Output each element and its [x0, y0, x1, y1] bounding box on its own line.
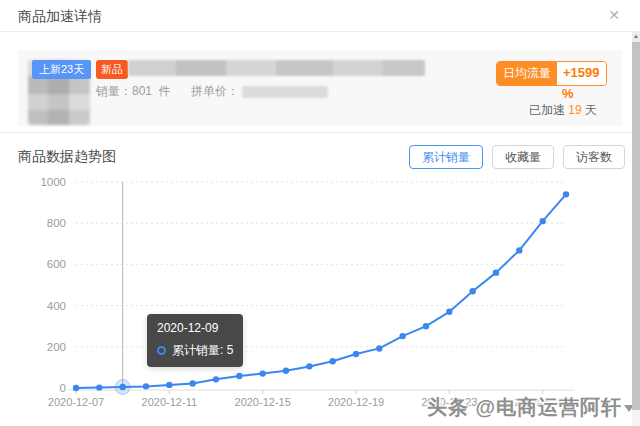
- accelerated-days-text: 已加速 19 天: [529, 102, 616, 119]
- watermark-text: 头条 @电商运营阿轩: [427, 396, 622, 418]
- accelerated-prefix: 已加速: [529, 103, 568, 117]
- scroll-up-icon[interactable]: ▲: [632, 31, 640, 42]
- metric-tabs: 累计销量 收藏量 访客数: [409, 145, 625, 169]
- svg-text:400: 400: [47, 300, 66, 312]
- accelerated-days-value: 19: [568, 103, 581, 117]
- svg-text:2020-12-15: 2020-12-15: [235, 396, 291, 408]
- product-card: 上新23天 新品 销量：801 件 拼单价： 日均流量 +1599 % 已加速 …: [18, 50, 622, 126]
- scrollbar[interactable]: ▲: [632, 31, 640, 426]
- tab-cumulative-sales[interactable]: 累计销量: [409, 145, 483, 169]
- group-price-redacted: [242, 86, 328, 98]
- daily-traffic-badge: 日均流量 +1599: [496, 61, 607, 86]
- page-title: 商品加速详情: [18, 8, 102, 26]
- product-title-redacted: [128, 60, 425, 76]
- group-price-label: 拼单价：: [191, 84, 239, 98]
- tab-visitors[interactable]: 访客数: [563, 145, 625, 169]
- sales-value: 801: [132, 84, 152, 98]
- svg-text:2020-12-11: 2020-12-11: [142, 396, 197, 408]
- svg-text:600: 600: [47, 258, 66, 270]
- svg-text:0: 0: [60, 382, 66, 394]
- listing-age-badge: 上新23天: [32, 60, 91, 79]
- traffic-stats: 日均流量 +1599 % 已加速 19 天: [496, 61, 616, 119]
- trend-line-chart[interactable]: 020040060080010002020-12-072020-12-11202…: [0, 170, 632, 416]
- svg-text:800: 800: [47, 217, 66, 229]
- watermark: 头条 @电商运营阿轩: [427, 394, 634, 421]
- series-dot-icon: [157, 346, 166, 355]
- close-icon[interactable]: ✕: [606, 6, 622, 24]
- chart-tooltip: 2020-12-09 累计销量: 5: [147, 314, 243, 367]
- accelerated-suffix: 天: [582, 103, 597, 117]
- sales-unit: 件: [158, 84, 170, 98]
- scrollbar-thumb[interactable]: [632, 42, 640, 410]
- svg-text:1000: 1000: [40, 176, 66, 188]
- daily-traffic-value: +1599: [557, 62, 606, 85]
- tab-favorites[interactable]: 收藏量: [492, 145, 554, 169]
- svg-text:2020-12-19: 2020-12-19: [328, 396, 384, 408]
- trend-section-title: 商品数据趋势图: [18, 148, 116, 166]
- tooltip-series-text: 累计销量: 5: [172, 342, 233, 359]
- traffic-percent-sign: %: [562, 87, 616, 100]
- tooltip-date: 2020-12-09: [157, 321, 233, 335]
- tooltip-series-row: 累计销量: 5: [157, 342, 233, 359]
- section-divider: [0, 132, 632, 133]
- daily-traffic-badge-label: 日均流量: [497, 62, 557, 85]
- svg-text:2020-12-07: 2020-12-07: [48, 396, 104, 408]
- dialog-header: 商品加速详情 ✕: [0, 0, 640, 32]
- new-product-badge: 新品: [96, 60, 128, 79]
- sales-label: 销量：: [96, 84, 132, 98]
- product-meta-row: 销量：801 件 拼单价：: [96, 83, 328, 100]
- svg-text:200: 200: [47, 341, 66, 353]
